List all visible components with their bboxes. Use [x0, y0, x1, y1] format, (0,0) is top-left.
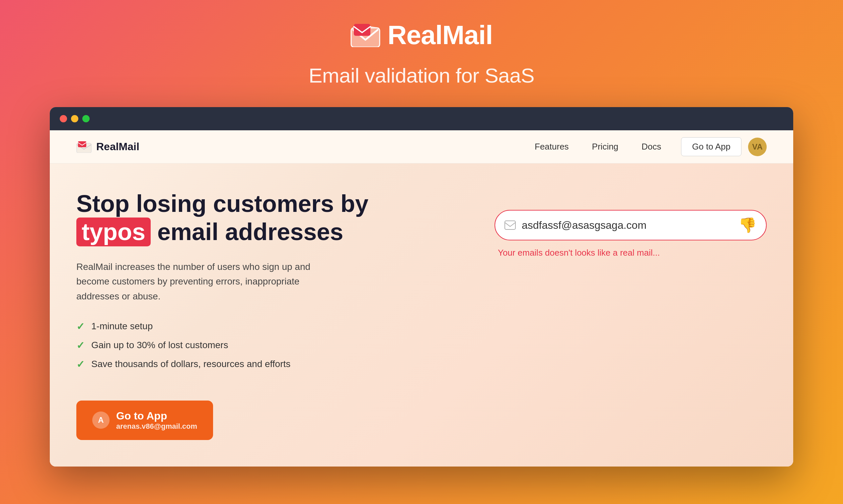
thumbs-down-icon: 👎 — [738, 217, 757, 234]
main-content: Stop losing customers by typos email add… — [50, 163, 793, 467]
check-icon-2: ✓ — [76, 340, 85, 351]
traffic-light-minimize[interactable] — [71, 115, 78, 122]
cta-avatar-letter: A — [98, 415, 104, 425]
error-message: Your emails doesn't looks like a real ma… — [498, 248, 767, 258]
hero-logo-text: RealMail — [388, 20, 493, 50]
cta-go-to-app-button[interactable]: A Go to App arenas.v86@gmail.com — [76, 400, 213, 440]
left-content: Stop losing customers by typos email add… — [76, 190, 475, 440]
hero-logo: RealMail — [350, 20, 493, 50]
description: RealMail increases the number of users w… — [76, 259, 342, 304]
right-content: asdfassf@asasgsaga.com 👎 Your emails doe… — [495, 190, 767, 440]
nav-go-to-app-button[interactable]: Go to App — [681, 137, 741, 156]
email-input-wrapper: asdfassf@asasgsaga.com 👎 — [495, 210, 767, 240]
cta-label: Go to App — [116, 410, 167, 422]
headline-part1: Stop losing customers by — [76, 190, 368, 217]
realmail-logo-icon — [350, 23, 380, 47]
svg-rect-3 — [354, 24, 371, 36]
traffic-light-close[interactable] — [60, 115, 67, 122]
nav-logo-text: RealMail — [96, 141, 139, 153]
check-icon-1: ✓ — [76, 321, 85, 332]
svg-rect-6 — [78, 141, 86, 147]
mail-icon — [504, 220, 516, 230]
feature-item-2: ✓ Gain up to 30% of lost customers — [76, 340, 475, 351]
typos-badge: typos — [76, 217, 151, 246]
nav-pricing-link[interactable]: Pricing — [592, 142, 618, 152]
nav-logo[interactable]: RealMail — [76, 141, 139, 153]
feature-item-3: ✓ Save thousands of dollars, resources a… — [76, 358, 475, 370]
traffic-light-maximize[interactable] — [82, 115, 90, 122]
nav-docs-link[interactable]: Docs — [641, 142, 661, 152]
feature-text-3: Save thousands of dollars, resources and… — [91, 359, 290, 370]
nav-logo-icon — [76, 141, 91, 153]
headline-part2: email addresses — [157, 218, 343, 245]
headline: Stop losing customers by typos email add… — [76, 190, 475, 246]
hero-tagline: Email validation for SaaS — [309, 64, 534, 87]
check-icon-3: ✓ — [76, 358, 85, 370]
features-list: ✓ 1-minute setup ✓ Gain up to 30% of los… — [76, 321, 475, 377]
nav-features-link[interactable]: Features — [535, 142, 569, 152]
navbar: RealMail Features Pricing Docs Go to App… — [50, 130, 793, 163]
feature-text-1: 1-minute setup — [91, 321, 153, 331]
browser-window: RealMail Features Pricing Docs Go to App… — [50, 107, 793, 467]
nav-links: Features Pricing Docs — [535, 142, 661, 152]
feature-item-1: ✓ 1-minute setup — [76, 321, 475, 332]
nav-avatar[interactable]: VA — [748, 138, 767, 156]
svg-rect-7 — [505, 221, 515, 230]
cta-avatar: A — [92, 412, 109, 429]
cta-text: Go to App arenas.v86@gmail.com — [116, 410, 197, 431]
browser-chrome — [50, 107, 793, 130]
email-input-value[interactable]: asdfassf@asasgsaga.com — [522, 219, 733, 231]
hero-section: RealMail Email validation for SaaS — [309, 20, 534, 87]
feature-text-2: Gain up to 30% of lost customers — [91, 340, 228, 350]
cta-subtitle: arenas.v86@gmail.com — [116, 422, 197, 431]
